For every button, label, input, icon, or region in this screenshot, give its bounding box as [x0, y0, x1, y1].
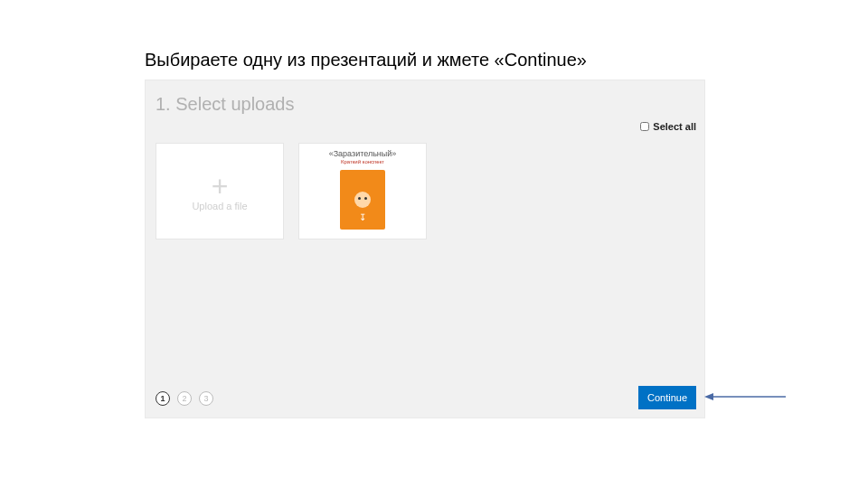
book-icon: ↧ [340, 170, 385, 230]
presentation-tile[interactable]: «Заразительный» Краткий конспект ↧ [298, 143, 427, 239]
upload-file-tile[interactable]: + Upload a file [156, 143, 284, 239]
plus-icon: + [212, 172, 229, 201]
upload-file-label: Upload a file [192, 201, 247, 211]
step-dot-3[interactable]: 3 [199, 391, 213, 406]
book-arrow-icon: ↧ [359, 212, 366, 222]
step-heading: 1. Select uploads [156, 94, 294, 115]
step-dot-2[interactable]: 2 [177, 391, 192, 406]
svg-marker-1 [704, 393, 713, 400]
presentation-title: «Заразительный» [329, 149, 397, 158]
select-all-control[interactable]: Select all [640, 121, 696, 132]
instruction-text: Выбираете одну из презентаций и жмете «C… [145, 50, 587, 70]
select-all-checkbox[interactable] [640, 122, 649, 131]
select-all-label: Select all [653, 121, 696, 132]
step-dot-1[interactable]: 1 [156, 391, 170, 406]
continue-button[interactable]: Continue [638, 386, 696, 409]
annotation-arrow-icon [704, 391, 786, 402]
book-face-icon [354, 192, 371, 208]
presentation-subtitle: Краткий конспект [341, 159, 384, 164]
uploads-row: + Upload a file «Заразительный» Краткий … [156, 143, 427, 239]
step-indicator: 1 2 3 [156, 391, 213, 406]
upload-panel: 1. Select uploads Select all + Upload a … [145, 80, 705, 418]
